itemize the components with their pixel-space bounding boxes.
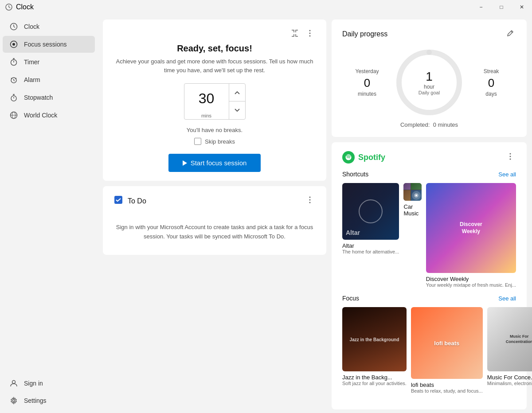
sidebar-item-focus-sessions[interactable]: Focus sessions bbox=[3, 36, 95, 53]
playlist-item-lofi[interactable]: lofi beats lofi beats Beats to relax, st… bbox=[411, 307, 483, 394]
progress-ring: 1 hour Daily goal bbox=[394, 47, 465, 118]
expand-icon bbox=[291, 29, 299, 37]
todo-body: Sign in with your Microsoft Account to c… bbox=[113, 214, 316, 246]
jazz-name: Jazz in the Backg... bbox=[342, 374, 407, 381]
time-decrement-button[interactable] bbox=[229, 101, 245, 119]
daily-goal-ring-label: Daily goal bbox=[419, 90, 440, 95]
sidebar-item-sign-in[interactable]: Sign in bbox=[3, 375, 95, 392]
edit-icon bbox=[506, 29, 514, 37]
discover-thumb-text: DiscoverWeekly bbox=[456, 218, 486, 238]
sidebar-stopwatch-label: Stopwatch bbox=[24, 94, 53, 101]
svg-point-32 bbox=[510, 156, 511, 157]
playlist-item-car-music[interactable]: Car Music bbox=[403, 183, 421, 288]
todo-title: To Do bbox=[128, 197, 146, 205]
skip-breaks-label: Skip breaks bbox=[205, 138, 235, 145]
daily-progress-card: Daily progress Yesterday 0 minutes bbox=[332, 19, 527, 137]
music-conc-name: Music For Conce... bbox=[487, 374, 532, 381]
edit-goal-button[interactable] bbox=[505, 28, 516, 40]
streak-value: 0 bbox=[466, 76, 516, 90]
titlebar-title: Clock bbox=[16, 3, 34, 11]
discover-weekly-desc: Your weekly mixtape of fresh music. Enj.… bbox=[426, 282, 516, 288]
streak-stat: Streak 0 days bbox=[466, 68, 516, 97]
focus-card: Ready, set, focus! Achieve your goals an… bbox=[103, 19, 326, 181]
sidebar-item-settings[interactable]: Settings bbox=[3, 392, 95, 409]
sidebar-focus-label: Focus sessions bbox=[24, 41, 66, 48]
stopwatch-icon bbox=[10, 94, 18, 101]
yesterday-stat: Yesterday 0 minutes bbox=[342, 68, 392, 97]
discover-thumb-art: DiscoverWeekly bbox=[426, 183, 516, 273]
more-icon bbox=[306, 29, 314, 37]
expand-button[interactable] bbox=[289, 28, 301, 40]
car-q3 bbox=[403, 190, 410, 201]
music-conc-desc: Minimalism, electronica and... bbox=[487, 381, 532, 386]
spotify-header: Spotify bbox=[342, 151, 516, 164]
spotify-logo: Spotify bbox=[342, 151, 385, 164]
sidebar-item-world-clock[interactable]: World Clock bbox=[3, 107, 95, 124]
todo-card-title-container: To Do bbox=[113, 195, 146, 207]
svg-point-19 bbox=[12, 381, 16, 384]
time-picker: 30 mins bbox=[113, 83, 316, 120]
spotify-more-button[interactable] bbox=[505, 152, 516, 164]
altar-desc: The home for alternative... bbox=[342, 249, 399, 254]
time-increment-button[interactable] bbox=[229, 84, 245, 101]
close-button[interactable]: ✕ bbox=[512, 0, 532, 14]
sidebar-item-alarm[interactable]: Alarm bbox=[3, 71, 95, 88]
svg-point-7 bbox=[12, 43, 15, 46]
timer-icon bbox=[10, 58, 18, 66]
discover-weekly-thumb: DiscoverWeekly bbox=[426, 183, 516, 273]
spotify-card: Spotify Shortcuts See all bbox=[332, 142, 527, 409]
sidebar-settings-label: Settings bbox=[24, 397, 47, 404]
playlist-item-jazz[interactable]: Jazz in the Background Jazz in the Backg… bbox=[342, 307, 407, 394]
daily-goal-ring-unit: hour bbox=[419, 84, 440, 90]
maximize-button[interactable]: □ bbox=[491, 0, 512, 14]
daily-goal-ring-value: 1 bbox=[419, 70, 440, 84]
playlist-item-altar[interactable]: Altar Altar The home for alternative... bbox=[342, 183, 399, 288]
focus-icon bbox=[10, 40, 18, 48]
car-q4 bbox=[411, 190, 422, 201]
signin-icon bbox=[10, 379, 18, 387]
altar-thumb-label: Altar bbox=[346, 229, 360, 236]
lofi-name: lofi beats bbox=[411, 382, 483, 388]
completed-text: Completed: 0 minutes bbox=[342, 121, 516, 128]
minimize-button[interactable]: − bbox=[471, 0, 491, 14]
streak-unit: days bbox=[466, 91, 516, 97]
lofi-thumb: lofi beats bbox=[411, 307, 483, 379]
focus-card-title: Ready, set, focus! bbox=[113, 43, 316, 54]
sidebar-item-stopwatch[interactable]: Stopwatch bbox=[3, 89, 95, 106]
settings-icon bbox=[10, 397, 18, 405]
discover-weekly-name: Discover Weekly bbox=[426, 276, 516, 282]
alarm-icon bbox=[10, 76, 18, 84]
titlebar: Clock − □ ✕ bbox=[0, 0, 532, 14]
sidebar-bottom: Sign in Settings bbox=[0, 374, 98, 409]
yesterday-label: Yesterday bbox=[342, 68, 392, 74]
svg-point-23 bbox=[309, 35, 311, 37]
sidebar-item-clock[interactable]: Clock bbox=[3, 18, 95, 35]
focus-grid: Jazz in the Background Jazz in the Backg… bbox=[342, 307, 516, 394]
svg-point-36 bbox=[415, 195, 417, 196]
playlist-item-discover-weekly[interactable]: DiscoverWeekly Discover Weekly Your week… bbox=[426, 183, 516, 288]
titlebar-left: Clock bbox=[5, 3, 34, 11]
checkmark-icon bbox=[113, 195, 123, 205]
playlist-item-music-concentration[interactable]: Music ForConcentration Music For Conce..… bbox=[487, 307, 532, 394]
svg-line-2 bbox=[9, 7, 10, 8]
skip-breaks-checkbox[interactable] bbox=[194, 138, 201, 145]
left-panel: Ready, set, focus! Achieve your goals an… bbox=[103, 19, 326, 408]
sidebar-item-timer[interactable]: Timer bbox=[3, 54, 95, 70]
car-q2 bbox=[411, 183, 422, 190]
see-all-focus-button[interactable]: See all bbox=[498, 295, 516, 302]
yesterday-unit: minutes bbox=[342, 91, 392, 97]
worldclock-icon bbox=[10, 111, 18, 119]
see-all-shortcuts-button[interactable]: See all bbox=[498, 171, 516, 178]
time-unit: mins bbox=[184, 113, 229, 118]
shortcuts-label: Shortcuts bbox=[342, 171, 368, 178]
sidebar-clock-label: Clock bbox=[24, 23, 39, 30]
svg-point-22 bbox=[309, 33, 311, 34]
play-icon bbox=[183, 160, 187, 166]
svg-line-5 bbox=[14, 27, 15, 27]
start-focus-button[interactable]: Start focus session bbox=[168, 154, 261, 172]
lofi-thumb-text: lofi beats bbox=[434, 340, 459, 347]
more-options-button[interactable] bbox=[304, 28, 316, 40]
car-music-thumb-art bbox=[403, 183, 421, 201]
altar-thumb: Altar bbox=[342, 183, 399, 240]
todo-more-button[interactable] bbox=[304, 195, 316, 207]
